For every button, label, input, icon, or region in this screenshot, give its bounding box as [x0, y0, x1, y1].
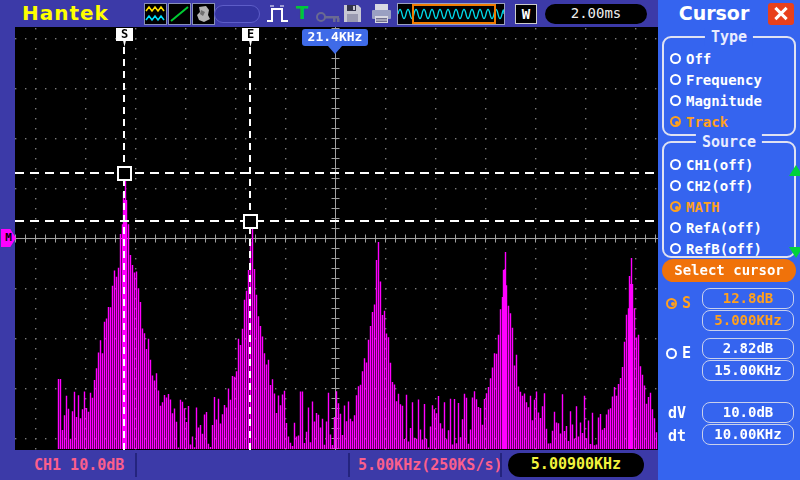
panel-title: Cursor: [658, 2, 770, 24]
option-label: Magnitude: [686, 93, 762, 109]
option-label: RefB(off): [686, 241, 762, 257]
oscilloscope-screen: Hantek T: [0, 0, 800, 480]
source-option-ch1[interactable]: CH1(off): [664, 154, 794, 175]
radio-icon: [670, 180, 681, 191]
source-group-title: Source: [696, 133, 762, 151]
frequency-counter: 5.00900KHz: [508, 453, 644, 477]
separator: [348, 453, 350, 477]
source-option-refa[interactable]: RefA(off): [664, 217, 794, 238]
save-floppy-icon[interactable]: [342, 3, 363, 28]
math-channel-marker[interactable]: M: [1, 229, 16, 247]
channel-waveforms-icon[interactable]: [144, 3, 167, 25]
status-bar: CH1 10.0dB 5.00KHz(250KS/s) 5.00900KHz: [0, 450, 658, 480]
cursor-line-icon[interactable]: [168, 3, 191, 25]
cursor-s-hline[interactable]: [15, 172, 658, 174]
window-selection-frame[interactable]: [412, 4, 496, 24]
sample-rate-readout: 5.00KHz(250KS/s): [358, 456, 503, 474]
noise-acquire-icon[interactable]: [192, 3, 215, 25]
trigger-t-icon[interactable]: T: [296, 2, 308, 23]
option-label: Track: [686, 114, 728, 130]
fft-canvas: [15, 27, 658, 450]
pulse-wave-icon[interactable]: [266, 4, 290, 28]
channel-readout: CH1 10.0dB: [34, 456, 124, 474]
option-label: CH2(off): [686, 178, 753, 194]
scroll-down-icon[interactable]: [789, 247, 800, 258]
cursor-s-select[interactable]: S: [666, 294, 691, 312]
option-label: RefA(off): [686, 220, 762, 236]
scroll-up-icon[interactable]: [789, 165, 800, 176]
cursor-s-frequency: 5.000KHz: [702, 310, 794, 331]
select-cursor-button[interactable]: Select cursor: [662, 259, 796, 282]
cursor-e-magnitude: 2.82dB: [702, 338, 794, 359]
source-option-math[interactable]: MATH: [664, 196, 794, 217]
cursor-e-frequency: 15.00KHz: [702, 360, 794, 381]
type-group-title: Type: [705, 28, 753, 46]
cursor-s-magnitude: 12.8dB: [702, 288, 794, 309]
radio-icon: [670, 201, 681, 212]
track-tag-pointer: [328, 46, 342, 54]
type-option-magnitude[interactable]: Magnitude: [664, 90, 794, 111]
cursor-e-select[interactable]: E: [666, 344, 691, 362]
cursor-s-label: S: [682, 294, 691, 312]
key-lock-icon[interactable]: [316, 8, 342, 27]
empty-mode-slot: [214, 5, 260, 23]
separator: [135, 453, 137, 477]
separator: [500, 453, 502, 477]
type-option-off[interactable]: Off: [664, 48, 794, 69]
cursor-e-vline[interactable]: [249, 47, 251, 450]
source-option-refb[interactable]: RefB(off): [664, 238, 794, 259]
type-group: Type Off Frequency Magnitude Track: [662, 36, 796, 136]
radio-icon: [670, 159, 681, 170]
radio-icon: [670, 74, 681, 85]
radio-icon: [666, 298, 677, 309]
type-option-frequency[interactable]: Frequency: [664, 69, 794, 90]
dv-label: dV: [668, 404, 686, 422]
brand-logo: Hantek: [22, 1, 109, 25]
radio-icon: [670, 243, 681, 254]
type-option-track[interactable]: Track: [664, 111, 794, 132]
source-group: Source CH1(off) CH2(off) MATH RefA(off) …: [662, 141, 796, 258]
waveform-display: S E 21.4KHz: [15, 27, 658, 450]
cursor-e-hline[interactable]: [15, 220, 658, 222]
print-icon[interactable]: [370, 3, 393, 28]
radio-icon: [666, 348, 677, 359]
close-icon[interactable]: [768, 3, 794, 25]
waveform-window-preview[interactable]: [397, 3, 505, 25]
cursor-menu-panel: Cursor Type Off Frequency Magnitude Trac…: [658, 0, 800, 480]
cursor-s-vline[interactable]: [123, 47, 125, 450]
radio-icon: [670, 222, 681, 233]
source-option-ch2[interactable]: CH2(off): [664, 175, 794, 196]
cursor-e-label: E: [682, 344, 691, 362]
option-label: CH1(off): [686, 157, 753, 173]
radio-icon: [670, 95, 681, 106]
option-label: MATH: [686, 199, 720, 215]
cursor-s-handle[interactable]: [117, 166, 132, 181]
window-mode-button[interactable]: W: [515, 4, 537, 24]
option-label: Off: [686, 51, 711, 67]
dt-label: dt: [668, 427, 686, 445]
option-label: Frequency: [686, 72, 762, 88]
timebase-readout: 2.00ms: [545, 4, 647, 24]
radio-icon: [670, 53, 681, 64]
dv-value: 10.0dB: [702, 402, 794, 423]
cursor-e-handle[interactable]: [243, 214, 258, 229]
top-toolbar: Hantek T: [0, 0, 658, 27]
dt-value: 10.00KHz: [702, 424, 794, 445]
track-frequency-tag: 21.4KHz: [302, 29, 368, 46]
radio-icon: [670, 116, 681, 127]
